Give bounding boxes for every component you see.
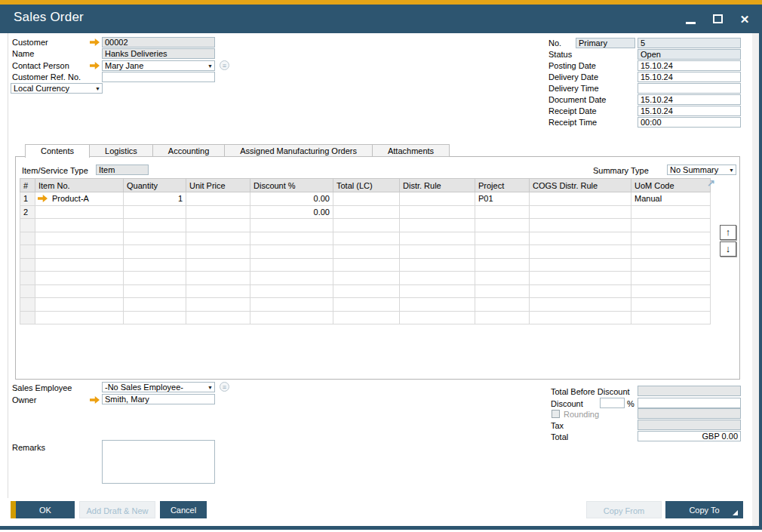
quantity-cell[interactable]	[124, 272, 186, 285]
col-header-item-no[interactable]: Item No.	[35, 179, 124, 192]
uom-code-cell[interactable]	[631, 298, 711, 312]
item-no-cell[interactable]	[35, 298, 124, 312]
discount-cell[interactable]	[250, 272, 333, 285]
total-lc-cell[interactable]	[333, 232, 400, 245]
project-cell[interactable]	[475, 232, 530, 245]
cogs-distr-rule-cell[interactable]	[530, 298, 631, 312]
row-number-cell[interactable]: 2	[20, 205, 35, 219]
row-number-cell[interactable]	[20, 284, 35, 298]
uom-code-cell[interactable]	[631, 232, 711, 245]
add-draft-new-button[interactable]: Add Draft & New	[79, 501, 155, 518]
owner-field[interactable]: Smith, Mary	[102, 394, 215, 404]
cogs-distr-rule-cell[interactable]	[530, 284, 631, 298]
minimize-button[interactable]	[684, 12, 697, 26]
col-header-project[interactable]: Project	[475, 179, 530, 192]
total-lc-cell[interactable]	[333, 192, 400, 206]
project-cell[interactable]	[475, 311, 530, 324]
unit-price-cell[interactable]	[186, 258, 250, 272]
series-field[interactable]: Primary	[576, 38, 635, 48]
project-cell[interactable]	[475, 205, 530, 219]
tab-contents[interactable]: Contents	[25, 144, 90, 158]
quantity-cell[interactable]	[124, 284, 186, 298]
unit-price-cell[interactable]	[186, 219, 250, 232]
discount-cell[interactable]: 0.00	[250, 205, 333, 219]
item-no-cell[interactable]: Product-A	[35, 192, 124, 206]
cancel-button[interactable]: Cancel	[160, 501, 207, 518]
col-header-discount[interactable]: Discount %	[250, 179, 333, 192]
choose-from-list-icon[interactable]: ≡	[220, 60, 229, 70]
discount-cell[interactable]	[250, 219, 333, 232]
col-header-num[interactable]: #	[20, 179, 35, 192]
discount-cell[interactable]	[250, 311, 333, 324]
uom-code-cell[interactable]	[631, 258, 711, 272]
item-service-type-field[interactable]: Item	[96, 165, 149, 175]
distr-rule-cell[interactable]	[400, 272, 475, 285]
unit-price-cell[interactable]	[186, 311, 250, 324]
total-lc-cell[interactable]	[333, 272, 400, 285]
unit-price-cell[interactable]	[186, 192, 250, 206]
customer-field[interactable]: 00002	[102, 37, 215, 48]
row-down-button[interactable]: ↓	[720, 241, 736, 257]
distr-rule-cell[interactable]	[400, 232, 475, 245]
col-header-total-lc[interactable]: Total (LC)	[333, 179, 400, 192]
unit-price-cell[interactable]	[186, 284, 250, 298]
discount-cell[interactable]: 0.00	[250, 192, 333, 206]
link-arrow-icon[interactable]	[90, 62, 100, 69]
row-number-cell[interactable]	[20, 298, 35, 312]
distr-rule-cell[interactable]	[400, 284, 475, 298]
row-number-cell[interactable]	[20, 272, 35, 285]
row-number-cell[interactable]: 1	[20, 192, 35, 206]
project-cell[interactable]	[475, 219, 530, 232]
col-header-uom-code[interactable]: UoM Code	[631, 179, 711, 192]
uom-code-cell[interactable]	[631, 284, 711, 298]
cogs-distr-rule-cell[interactable]	[530, 232, 631, 245]
col-header-unit-price[interactable]: Unit Price	[186, 179, 250, 192]
link-arrow-icon[interactable]	[90, 396, 100, 404]
col-header-cogs-distr-rule[interactable]: COGS Distr. Rule	[530, 179, 631, 192]
item-no-cell[interactable]	[35, 258, 124, 272]
uom-code-cell[interactable]	[631, 219, 711, 232]
quantity-cell[interactable]	[124, 245, 186, 259]
cogs-distr-rule-cell[interactable]	[530, 192, 631, 206]
project-cell[interactable]	[475, 284, 530, 298]
discount-percent-input[interactable]	[600, 398, 625, 408]
project-cell[interactable]	[475, 258, 530, 272]
discount-cell[interactable]	[250, 258, 333, 272]
total-lc-cell[interactable]	[333, 205, 400, 219]
unit-price-cell[interactable]	[186, 232, 250, 245]
total-lc-cell[interactable]	[333, 311, 400, 324]
total-lc-cell[interactable]	[333, 298, 400, 312]
total-lc-cell[interactable]	[333, 284, 400, 298]
item-no-cell[interactable]	[35, 284, 124, 298]
uom-code-cell[interactable]	[631, 311, 711, 324]
row-number-cell[interactable]	[20, 219, 35, 232]
distr-rule-cell[interactable]	[400, 298, 475, 312]
project-cell[interactable]	[475, 272, 530, 285]
uom-code-cell[interactable]	[631, 272, 711, 285]
link-arrow-icon[interactable]	[90, 38, 100, 46]
col-header-quantity[interactable]: Quantity	[124, 179, 186, 192]
discount-cell[interactable]	[250, 284, 333, 298]
distr-rule-cell[interactable]	[400, 219, 475, 232]
summary-type-dropdown[interactable]: No Summary ▼	[667, 165, 736, 175]
total-lc-cell[interactable]	[333, 219, 400, 232]
remarks-textarea[interactable]	[102, 440, 215, 484]
close-button[interactable]: ✕	[738, 12, 751, 26]
distr-rule-cell[interactable]	[400, 311, 475, 324]
project-cell[interactable]: P01	[475, 192, 530, 206]
customer-ref-field[interactable]	[102, 72, 215, 82]
delivery-time-field[interactable]	[638, 83, 741, 94]
discount-cell[interactable]	[250, 298, 333, 312]
item-no-cell[interactable]	[35, 232, 124, 245]
document-date-field[interactable]: 15.10.24	[638, 94, 741, 105]
cogs-distr-rule-cell[interactable]	[530, 205, 631, 219]
link-arrow-icon[interactable]	[38, 195, 48, 202]
discount-cell[interactable]	[250, 245, 333, 259]
cogs-distr-rule-cell[interactable]	[530, 272, 631, 285]
choose-from-list-icon[interactable]: ≡	[220, 382, 229, 392]
posting-date-field[interactable]: 15.10.24	[638, 60, 741, 71]
quantity-cell[interactable]	[124, 205, 186, 219]
quantity-cell[interactable]: 1	[124, 192, 186, 206]
ok-button[interactable]: OK	[16, 501, 75, 518]
discount-amount-field[interactable]	[638, 398, 741, 408]
